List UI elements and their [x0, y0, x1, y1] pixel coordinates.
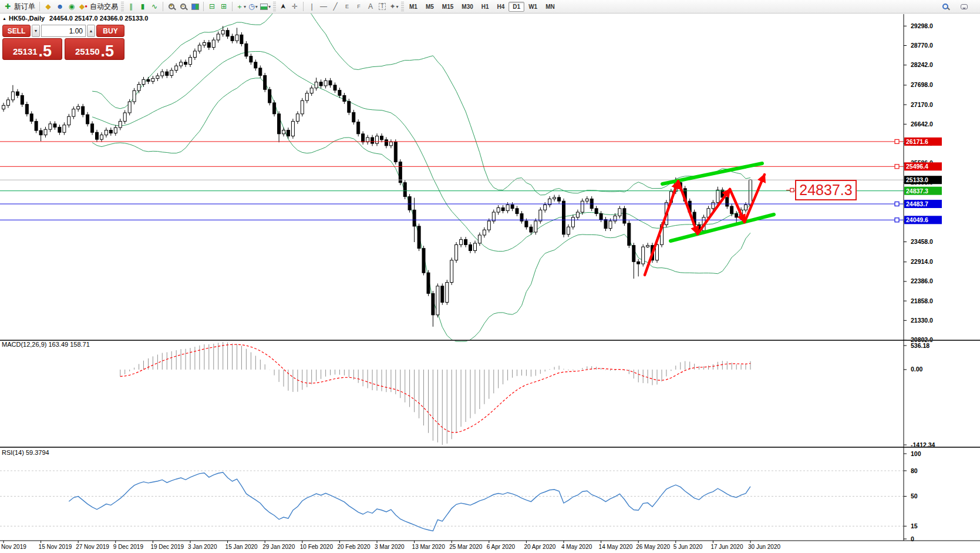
- svg-text:0.00: 0.00: [911, 366, 923, 373]
- chart-window-icon[interactable]: ◆: [42, 1, 54, 12]
- crosshair-icon[interactable]: ✛: [289, 1, 301, 12]
- buy-price-fraction: .5: [101, 44, 114, 58]
- one-click-trade-panel: SELL ▼ ▲ BUY 25131 .5 25150 .5: [2, 25, 124, 60]
- svg-text:25 Mar 2020: 25 Mar 2020: [449, 544, 483, 550]
- svg-text:14 May 2020: 14 May 2020: [599, 544, 633, 550]
- svg-text:100: 100: [911, 450, 921, 457]
- svg-text:3 Jan 2020: 3 Jan 2020: [188, 544, 217, 550]
- line-chart-icon[interactable]: ∿: [149, 1, 160, 12]
- svg-text:20 Apr 2020: 20 Apr 2020: [524, 544, 555, 550]
- chat-icon[interactable]: [958, 1, 970, 12]
- zoom-out-icon[interactable]: −: [177, 1, 189, 12]
- trade-controls-row: SELL ▼ ▲ BUY: [2, 25, 124, 37]
- svg-text:26171.6: 26171.6: [906, 138, 928, 145]
- toolbar-separator: [163, 2, 163, 11]
- main-toolbar: ✚ 新订单 ◆ ☻ ◉ ◆● 自动交易 ∥ ▮ ∿ + − ⊟ ⊞ ＋▾ ◷▾ …: [0, 0, 980, 14]
- svg-text:3 Mar 2020: 3 Mar 2020: [375, 544, 405, 550]
- timeframe-h4[interactable]: H4: [493, 2, 509, 12]
- tile-windows-icon[interactable]: [189, 1, 201, 12]
- svg-text:21858.0: 21858.0: [911, 297, 933, 304]
- rsi-indicator-label: RSI(14) 59.3794: [2, 449, 49, 456]
- svg-text:13 Mar 2020: 13 Mar 2020: [412, 544, 446, 550]
- bar-chart-icon[interactable]: ∥: [125, 1, 137, 12]
- svg-text:25133.0: 25133.0: [906, 176, 928, 183]
- svg-text:24483.7: 24483.7: [906, 200, 928, 207]
- buy-price-main: 25150: [75, 47, 100, 57]
- chart-canvas[interactable]: 29298.028770.028242.027698.027170.026642…: [0, 14, 980, 553]
- volume-down-button[interactable]: ▼: [32, 25, 40, 37]
- timeframe-m15[interactable]: M15: [438, 2, 457, 12]
- svg-text:29298.0: 29298.0: [911, 22, 933, 29]
- svg-text:19 Dec 2019: 19 Dec 2019: [150, 544, 184, 550]
- svg-text:27698.0: 27698.0: [911, 81, 933, 88]
- svg-text:27170.0: 27170.0: [911, 101, 933, 108]
- svg-text:50: 50: [911, 492, 918, 500]
- buy-price[interactable]: 25150 .5: [65, 38, 124, 60]
- toolbar-right-group: [939, 1, 978, 12]
- svg-text:5 Jun 2020: 5 Jun 2020: [673, 544, 703, 550]
- chart-svg: 29298.028770.028242.027698.027170.026642…: [0, 0, 980, 553]
- chart-shift-icon[interactable]: ⊞: [218, 1, 230, 12]
- auto-trading-icon[interactable]: ◆●: [78, 1, 89, 12]
- buy-button[interactable]: BUY: [96, 25, 124, 37]
- indicators-icon[interactable]: ▾: [259, 1, 272, 12]
- channel-tool-icon[interactable]: E: [341, 1, 353, 12]
- svg-text:24837.3: 24837.3: [799, 182, 852, 198]
- market-watch-icon[interactable]: ◉: [66, 1, 78, 12]
- text-tool-icon[interactable]: A: [365, 1, 376, 12]
- volume-up-button[interactable]: ▲: [87, 25, 95, 37]
- sell-price[interactable]: 25131 .5: [2, 38, 62, 60]
- svg-text:24837.3: 24837.3: [906, 187, 928, 195]
- svg-text:21330.0: 21330.0: [911, 317, 933, 324]
- auto-trading-label[interactable]: 自动交易: [90, 2, 118, 12]
- timeframe-h1[interactable]: H1: [477, 2, 493, 12]
- toolbar-grip: [273, 2, 276, 11]
- zoom-in-icon[interactable]: +: [166, 1, 177, 12]
- vertical-line-tool-icon[interactable]: |: [306, 1, 318, 12]
- horizontal-line-tool-icon[interactable]: —: [318, 1, 329, 12]
- profiles-clock-icon[interactable]: ◷▾: [247, 1, 259, 12]
- svg-text:536.18: 536.18: [911, 342, 930, 349]
- search-icon[interactable]: [939, 1, 951, 12]
- svg-text:29 Jan 2020: 29 Jan 2020: [262, 544, 295, 550]
- toolbar-separator: [39, 2, 40, 11]
- arrows-tool-icon[interactable]: ✦▾: [388, 1, 400, 12]
- sell-button[interactable]: SELL: [2, 25, 31, 37]
- svg-text:26642.0: 26642.0: [911, 120, 933, 128]
- svg-text:0: 0: [911, 535, 914, 542]
- timeframe-m1[interactable]: M1: [405, 2, 422, 12]
- svg-text:15 Nov 2019: 15 Nov 2019: [39, 544, 72, 550]
- svg-text:20 Feb 2020: 20 Feb 2020: [337, 544, 371, 550]
- fibonacci-tool-icon[interactable]: F: [353, 1, 365, 12]
- svg-text:4 May 2020: 4 May 2020: [561, 544, 592, 550]
- timeframe-mn[interactable]: MN: [541, 2, 559, 12]
- svg-text:22914.0: 22914.0: [911, 258, 933, 265]
- new-order-icon[interactable]: ✚: [2, 1, 14, 12]
- trendline-tool-icon[interactable]: ╱: [329, 1, 341, 12]
- svg-text:26 May 2020: 26 May 2020: [636, 544, 670, 550]
- svg-text:80: 80: [911, 467, 918, 474]
- timeframe-d1[interactable]: D1: [508, 2, 524, 12]
- toolbar-separator: [203, 2, 204, 11]
- macd-indicator-label: MACD(12,26,9) 163.49 158.71: [2, 341, 90, 348]
- candlestick-chart-icon[interactable]: ▮: [137, 1, 149, 12]
- price-callout[interactable]: 24837.3: [786, 180, 856, 200]
- chart-symbol-title: HK50-,Daily: [9, 15, 45, 22]
- toolbar-grip: [121, 2, 124, 11]
- volume-input[interactable]: [41, 25, 86, 37]
- new-chart-icon[interactable]: ＋▾: [235, 1, 247, 12]
- new-order-label[interactable]: 新订单: [14, 2, 35, 12]
- timeframe-m30[interactable]: M30: [457, 2, 477, 12]
- toolbar-separator: [232, 2, 233, 11]
- svg-text:17 Jun 2020: 17 Jun 2020: [710, 544, 743, 550]
- svg-text:22386.0: 22386.0: [911, 277, 933, 284]
- timeframe-w1[interactable]: W1: [524, 2, 541, 12]
- text-label-tool-icon[interactable]: T: [376, 1, 388, 12]
- auto-scroll-icon[interactable]: ⊟: [206, 1, 218, 12]
- trade-prices-row: 25131 .5 25150 .5: [2, 38, 124, 60]
- toolbar-separator: [303, 2, 304, 11]
- cursor-icon[interactable]: ➤: [277, 1, 289, 12]
- timeframe-m5[interactable]: M5: [422, 2, 438, 12]
- svg-text:10 Feb 2020: 10 Feb 2020: [300, 544, 334, 550]
- profile-icon[interactable]: ☻: [54, 1, 66, 12]
